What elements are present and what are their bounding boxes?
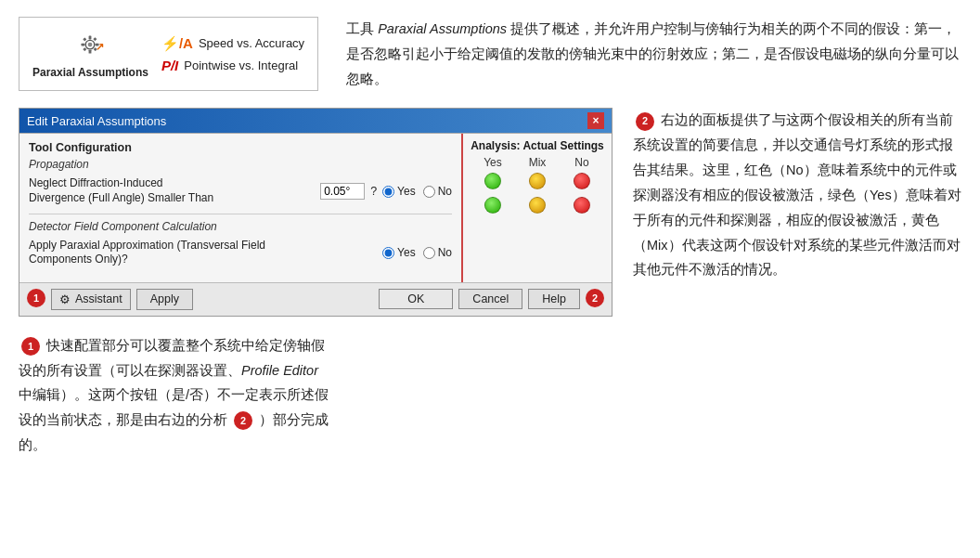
- right-description: 2 右边的面板提供了与这两个假设相关的所有当前系统设置的简要信息，并以交通信号灯…: [633, 108, 961, 316]
- assistant-label: Assistant: [75, 292, 122, 305]
- field1-yes-text: Yes: [397, 185, 416, 198]
- col-yes: Yes: [478, 156, 508, 169]
- analysis-cols: Yes Mix No: [471, 156, 604, 169]
- analysis-header: Analysis: Actual Settings: [471, 139, 604, 152]
- dialog-title: Edit Paraxial Assumptions: [27, 114, 166, 128]
- indicator-row1-no: [574, 173, 590, 189]
- right-labels: ⚡/A Speed vs. Accuracy P/I Pointwise vs.…: [161, 35, 304, 73]
- field1-no-radio[interactable]: [423, 186, 435, 198]
- badge2-inline-bottom: 2: [234, 411, 252, 430]
- paraxial-label: Paraxial Assumptions: [32, 66, 148, 79]
- indicator-row2-mix: [529, 197, 546, 214]
- bottom-right: [355, 333, 961, 458]
- propagation-label: Propagation: [29, 158, 452, 171]
- field2-row: Apply Paraxial Approximation (Transversa…: [29, 239, 452, 267]
- footer-left: 1 ⚙ Assistant Apply: [27, 289, 379, 310]
- svg-text:↗: ↗: [96, 41, 104, 52]
- field1-yes-label[interactable]: Yes: [382, 185, 416, 198]
- edit-paraxial-dialog: Edit Paraxial Assumptions × Tool Configu…: [19, 108, 612, 316]
- svg-point-1: [88, 43, 93, 47]
- pointwise-integral-label: Pointwise vs. Integral: [184, 58, 298, 72]
- help-button[interactable]: Help: [528, 289, 580, 309]
- field2-no-text: No: [438, 246, 452, 259]
- col-mix: Mix: [522, 156, 552, 169]
- detector-label: Detector Field Component Calculation: [29, 220, 452, 233]
- field2-yes-label[interactable]: Yes: [382, 246, 416, 259]
- field1-label: Neglect Diffraction-InducedDivergence (F…: [29, 176, 315, 205]
- badge1-inline-bottom: 1: [21, 337, 40, 356]
- icon-block: ↗ Paraxial Assumptions ⚡/A Speed vs. Acc…: [19, 17, 318, 91]
- svg-rect-3: [89, 50, 92, 54]
- field2-radio-group: Yes No: [382, 246, 452, 259]
- indicator-row1-yes: [484, 173, 501, 189]
- indicator-row2-no: [574, 197, 590, 214]
- dialog-footer: 1 ⚙ Assistant Apply OK Cancel Help 2: [19, 282, 612, 316]
- bottom-left: 1 快速配置部分可以覆盖整个系统中给定傍轴假设的所有设置（可以在探测器设置、Pr…: [19, 333, 334, 458]
- field1-no-label[interactable]: No: [423, 185, 452, 198]
- field2-no-radio[interactable]: [423, 247, 435, 259]
- integral-icon: P/I: [161, 58, 178, 73]
- tool-config-header: Tool Configuration: [29, 141, 452, 154]
- paraxial-icon: ↗ Paraxial Assumptions: [32, 29, 148, 79]
- field2-label: Apply Paraxial Approximation (Transversa…: [29, 239, 377, 267]
- middle-section: Edit Paraxial Assumptions × Tool Configu…: [19, 108, 961, 316]
- dialog-left-panel: Tool Configuration Propagation Neglect D…: [19, 134, 463, 281]
- field1-yes-radio[interactable]: [382, 186, 394, 198]
- pointwise-integral-row: P/I Pointwise vs. Integral: [161, 58, 304, 73]
- cancel-button[interactable]: Cancel: [458, 289, 522, 309]
- field1-no-text: No: [438, 185, 452, 198]
- top-section: ↗ Paraxial Assumptions ⚡/A Speed vs. Acc…: [19, 17, 961, 91]
- apply-button[interactable]: Apply: [136, 289, 193, 310]
- svg-rect-4: [82, 44, 85, 46]
- badge2: 2: [586, 289, 604, 307]
- dialog-right-panel: Analysis: Actual Settings Yes Mix No: [463, 134, 612, 281]
- page-container: ↗ Paraxial Assumptions ⚡/A Speed vs. Acc…: [0, 0, 980, 474]
- svg-rect-8: [84, 47, 87, 51]
- field1-input[interactable]: [320, 183, 365, 200]
- dialog-body: Tool Configuration Propagation Neglect D…: [19, 133, 612, 281]
- paraxial-assumptions-icon: ↗: [72, 29, 108, 64]
- assistant-icon: ⚙: [59, 292, 71, 306]
- col-no: No: [567, 156, 597, 169]
- dialog-titlebar: Edit Paraxial Assumptions ×: [19, 109, 612, 133]
- assistant-button[interactable]: ⚙ Assistant: [51, 289, 131, 310]
- indicator-row1-mix: [529, 173, 546, 189]
- field2-yes-radio[interactable]: [382, 247, 394, 259]
- field2-yes-text: Yes: [397, 246, 416, 259]
- ok-button[interactable]: OK: [379, 289, 453, 309]
- speed-accuracy-label: Speed vs. Accuracy: [199, 36, 304, 50]
- field1-radio-group: Yes No: [382, 185, 452, 198]
- speed-accuracy-row: ⚡/A Speed vs. Accuracy: [161, 35, 304, 52]
- indicator-row2-yes: [484, 197, 501, 214]
- bottom-section: 1 快速配置部分可以覆盖整个系统中给定傍轴假设的所有设置（可以在探测器设置、Pr…: [19, 330, 961, 458]
- footer-right: OK Cancel Help 2: [379, 289, 604, 309]
- svg-rect-2: [89, 36, 92, 40]
- indicator-row2: [471, 197, 604, 214]
- svg-rect-6: [84, 37, 87, 41]
- field1-row: Neglect Diffraction-InducedDivergence (F…: [29, 176, 452, 205]
- dialog-close-button[interactable]: ×: [587, 112, 604, 129]
- dialog-wrapper: Edit Paraxial Assumptions × Tool Configu…: [19, 108, 612, 316]
- separator1: [29, 214, 452, 214]
- badge1: 1: [27, 289, 45, 307]
- speed-icon: ⚡/A: [161, 35, 193, 52]
- field1-question: ?: [370, 185, 377, 198]
- field2-no-label[interactable]: No: [423, 246, 452, 259]
- indicator-row1: [471, 173, 604, 189]
- badge2-inline: 2: [636, 112, 654, 131]
- top-description: 工具 Paraxial Assumptions 提供了概述，并允许用户控制与傍轴…: [337, 17, 961, 91]
- bottom-left-text: 1 快速配置部分可以覆盖整个系统中给定傍轴假设的所有设置（可以在探测器设置、Pr…: [19, 333, 334, 458]
